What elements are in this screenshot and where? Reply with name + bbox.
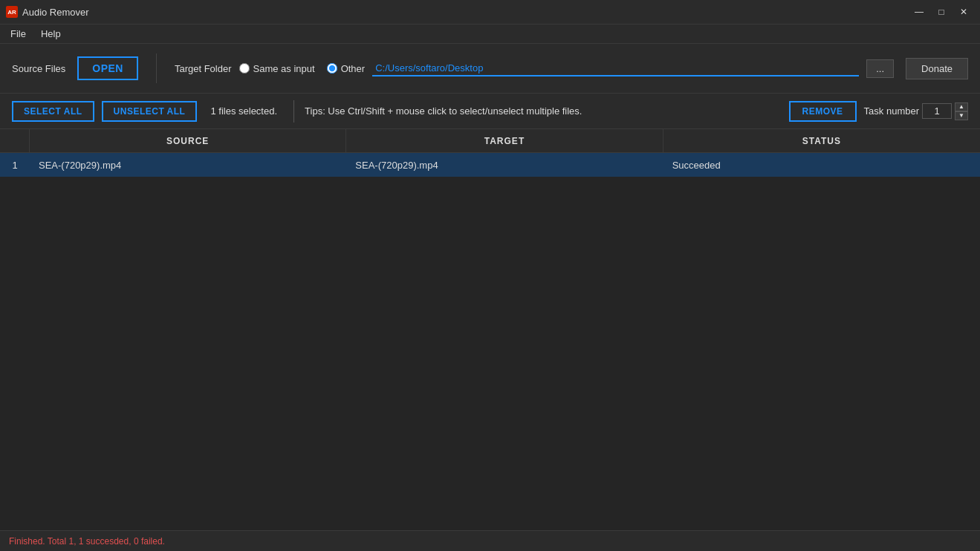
titlebar: AR Audio Remover — □ ✕ (0, 0, 980, 24)
titlebar-controls: — □ ✕ (909, 4, 974, 20)
svg-text:AR: AR (7, 9, 16, 16)
radio-same-text: Same as input (253, 63, 315, 74)
toolbar: Source Files OPEN Target Folder Same as … (0, 43, 980, 94)
files-selected-label: 1 files selected. (204, 105, 283, 117)
radio-same-input[interactable] (239, 63, 250, 74)
radio-group: Same as input Other (239, 63, 366, 74)
tips-divider (293, 100, 294, 123)
radio-other-label[interactable]: Other (327, 63, 366, 74)
table-body: 1 SEA-(720p29).mp4 SEA-(720p29).mp4 Succ… (0, 153, 980, 530)
titlebar-left: AR Audio Remover (6, 6, 89, 18)
main-window: AR Audio Remover — □ ✕ File Help Source … (0, 0, 980, 551)
task-number-row: Task number ▲ ▼ (864, 102, 968, 120)
close-button[interactable]: ✕ (953, 4, 974, 20)
spinner-up-button[interactable]: ▲ (955, 102, 968, 111)
row-status: Succeeded (663, 160, 980, 171)
open-button[interactable]: OPEN (77, 56, 138, 80)
col-header-status: STATUS (663, 129, 980, 152)
row-index: 1 (0, 160, 30, 171)
task-number-label: Task number (864, 105, 919, 117)
col-header-source: SOURCE (30, 129, 346, 152)
path-input[interactable] (372, 61, 859, 76)
row-target: SEA-(720p29).mp4 (346, 160, 663, 171)
radio-other-input[interactable] (327, 63, 337, 74)
statusbar: Finished. Total 1, 1 succesded, 0 failed… (0, 530, 980, 551)
menu-file[interactable]: File (3, 27, 33, 41)
target-folder-section: Target Folder Same as input Other ... (175, 59, 894, 78)
spinner-buttons: ▲ ▼ (955, 102, 968, 120)
menu-help[interactable]: Help (33, 27, 68, 41)
source-files-label: Source Files (12, 63, 65, 74)
table-row[interactable]: 1 SEA-(720p29).mp4 SEA-(720p29).mp4 Succ… (0, 153, 980, 177)
table-header: SOURCE TARGET STATUS (0, 129, 980, 153)
actionbar: SELECT ALL UNSELECT ALL 1 files selected… (0, 94, 980, 129)
status-text: Finished. Total 1, 1 succesded, 0 failed… (9, 536, 165, 547)
radio-same-label[interactable]: Same as input (239, 63, 315, 74)
spinner-down-button[interactable]: ▼ (955, 111, 968, 120)
row-source: SEA-(720p29).mp4 (30, 160, 346, 171)
task-number-input[interactable] (922, 103, 952, 119)
maximize-button[interactable]: □ (931, 4, 952, 20)
select-all-button[interactable]: SELECT ALL (12, 101, 94, 122)
table-area: SOURCE TARGET STATUS 1 SEA-(720p29).mp4 … (0, 129, 980, 530)
target-folder-label: Target Folder (175, 63, 232, 74)
app-title: Audio Remover (22, 7, 89, 18)
menubar: File Help (0, 24, 980, 43)
col-header-index (0, 129, 30, 152)
radio-other-text: Other (341, 63, 366, 74)
app-icon: AR (6, 6, 18, 18)
tips-label: Tips: Use Ctrl/Shift + mouse click to se… (305, 105, 782, 117)
minimize-button[interactable]: — (909, 4, 929, 20)
col-header-target: TARGET (346, 129, 663, 152)
browse-button[interactable]: ... (866, 59, 894, 78)
donate-button[interactable]: Donate (906, 58, 968, 79)
remove-button[interactable]: REMOVE (789, 101, 857, 122)
toolbar-divider (156, 53, 157, 83)
unselect-all-button[interactable]: UNSELECT ALL (102, 101, 198, 122)
